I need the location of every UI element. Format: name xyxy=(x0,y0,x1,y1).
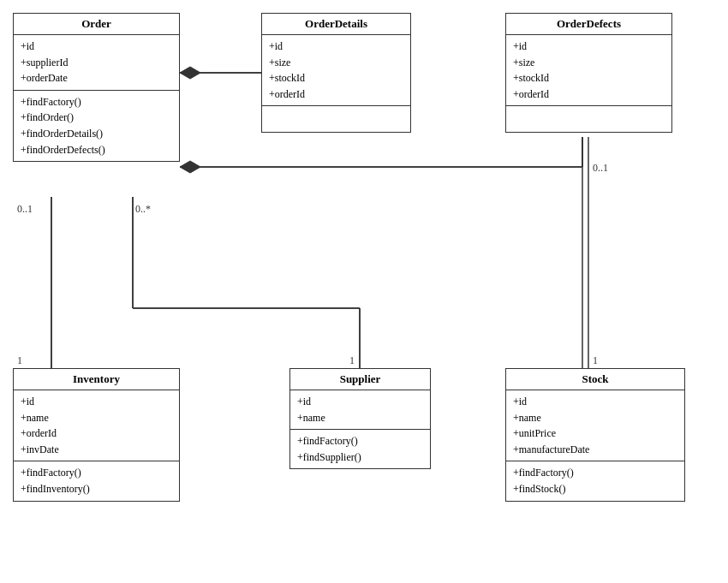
stock-title: Stock xyxy=(506,369,684,390)
order-defects-class: OrderDefects +id +size +stockId +orderId xyxy=(505,13,672,133)
mult-order-inventory-inventory-side: 1 xyxy=(17,354,22,366)
supplier-methods: +findFactory() +findSupplier() xyxy=(290,430,430,468)
order-details-class: OrderDetails +id +size +stockId +orderId xyxy=(261,13,411,133)
stock-attributes: +id +name +unitPrice +manufactureDate xyxy=(506,390,684,461)
mult-order-inventory-order-side: 0..1 xyxy=(17,203,33,215)
order-defects-title: OrderDefects xyxy=(506,14,671,35)
mult-orderdefects-stock-defects-side: 0..1 xyxy=(593,162,608,174)
supplier-attributes: +id +name xyxy=(290,390,430,430)
order-defects-methods xyxy=(506,106,671,132)
order-class: Order +id +supplierId +orderDate +findFa… xyxy=(13,13,180,162)
order-details-methods xyxy=(262,106,410,132)
uml-diagram: Order +id +supplierId +orderDate +findFa… xyxy=(0,0,728,583)
supplier-class: Supplier +id +name +findFactory() +findS… xyxy=(289,368,431,469)
order-details-title: OrderDetails xyxy=(262,14,410,35)
inventory-class: Inventory +id +name +orderId +invDate +f… xyxy=(13,368,180,502)
stock-methods: +findFactory() +findStock() xyxy=(506,461,684,500)
stock-class: Stock +id +name +unitPrice +manufactureD… xyxy=(505,368,685,502)
order-details-attributes: +id +size +stockId +orderId xyxy=(262,35,410,106)
order-defects-attributes: +id +size +stockId +orderId xyxy=(506,35,671,106)
mult-order-supplier-order-side: 0..* xyxy=(135,203,151,215)
mult-orderdefects-stock-stock-side: 1 xyxy=(593,354,598,366)
diamond-order-defects xyxy=(180,161,200,173)
inventory-attributes: +id +name +orderId +invDate xyxy=(14,390,179,461)
order-methods: +findFactory() +findOrder() +findOrderDe… xyxy=(14,91,179,161)
inventory-methods: +findFactory() +findInventory() xyxy=(14,461,179,500)
supplier-title: Supplier xyxy=(290,369,430,390)
order-title: Order xyxy=(14,14,179,35)
inventory-title: Inventory xyxy=(14,369,179,390)
mult-order-supplier-supplier-side: 1 xyxy=(349,354,355,366)
diamond-order-details xyxy=(180,67,200,79)
order-attributes: +id +supplierId +orderDate xyxy=(14,35,179,91)
